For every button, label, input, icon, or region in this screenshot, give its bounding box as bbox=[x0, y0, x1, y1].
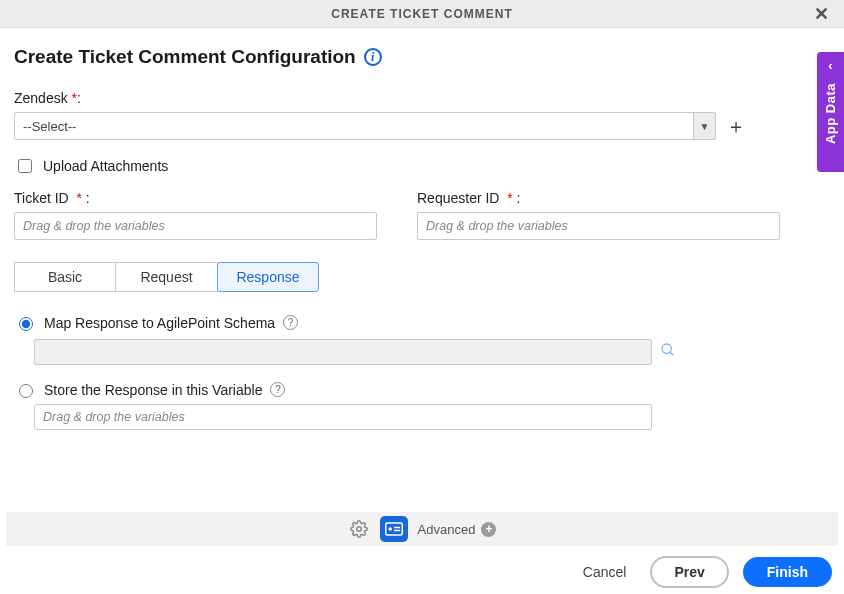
svg-rect-3 bbox=[385, 523, 402, 535]
help-icon[interactable]: ? bbox=[270, 382, 285, 397]
required-star: * bbox=[77, 190, 82, 206]
upload-attachments-checkbox[interactable] bbox=[18, 159, 32, 173]
requester-id-label-text: Requester ID bbox=[417, 190, 499, 206]
finish-button[interactable]: Finish bbox=[743, 557, 832, 587]
response-options: Map Response to AgilePoint Schema ? Stor… bbox=[14, 314, 830, 430]
colon: : bbox=[86, 190, 90, 206]
schema-input[interactable] bbox=[34, 339, 652, 365]
ticket-id-input[interactable]: Drag & drop the variables bbox=[14, 212, 377, 240]
tab-basic[interactable]: Basic bbox=[14, 262, 116, 292]
svg-line-1 bbox=[670, 352, 673, 355]
modal-title: CREATE TICKET COMMENT bbox=[331, 7, 512, 21]
help-icon[interactable]: ? bbox=[283, 315, 298, 330]
map-response-label[interactable]: Map Response to AgilePoint Schema bbox=[44, 315, 275, 331]
details-card-icon[interactable] bbox=[380, 516, 408, 542]
zendesk-select-value: --Select-- bbox=[15, 119, 693, 134]
advanced-toggle[interactable]: Advanced + bbox=[418, 522, 497, 537]
requester-id-field: Requester ID * : Drag & drop the variabl… bbox=[417, 190, 780, 240]
store-variable-radio[interactable] bbox=[19, 384, 33, 398]
svg-point-0 bbox=[662, 344, 671, 353]
colon: : bbox=[77, 90, 81, 106]
add-zendesk-button[interactable]: ＋ bbox=[726, 116, 746, 136]
upload-attachments-label[interactable]: Upload Attachments bbox=[43, 158, 168, 174]
modal-header: CREATE TICKET COMMENT ✕ bbox=[0, 0, 844, 28]
plus-circle-icon: + bbox=[481, 522, 496, 537]
colon: : bbox=[517, 190, 521, 206]
tab-group: Basic Request Response bbox=[14, 262, 830, 292]
id-fields-row: Ticket ID * : Drag & drop the variables … bbox=[14, 190, 830, 240]
cancel-button[interactable]: Cancel bbox=[573, 558, 637, 586]
zendesk-select[interactable]: --Select-- ▼ bbox=[14, 112, 716, 140]
ticket-id-field: Ticket ID * : Drag & drop the variables bbox=[14, 190, 377, 240]
ticket-id-label: Ticket ID * : bbox=[14, 190, 377, 206]
ticket-id-placeholder: Drag & drop the variables bbox=[23, 219, 165, 233]
info-icon[interactable]: i bbox=[364, 48, 382, 66]
requester-id-label: Requester ID * : bbox=[417, 190, 780, 206]
required-star: * bbox=[507, 190, 512, 206]
chevron-left-icon: ‹ bbox=[828, 58, 832, 73]
browse-schema-icon[interactable] bbox=[660, 342, 676, 362]
store-variable-input-row: Drag & drop the variables bbox=[34, 404, 830, 430]
tab-response[interactable]: Response bbox=[217, 262, 319, 292]
content-area: Create Ticket Comment Configuration i Ze… bbox=[0, 28, 844, 430]
footer-toolbar: Advanced + bbox=[6, 512, 838, 546]
requester-id-placeholder: Drag & drop the variables bbox=[426, 219, 568, 233]
svg-point-2 bbox=[356, 527, 361, 532]
ticket-id-label-text: Ticket ID bbox=[14, 190, 69, 206]
advanced-label: Advanced bbox=[418, 522, 476, 537]
app-data-side-tab[interactable]: ‹ App Data bbox=[817, 52, 844, 172]
tab-request[interactable]: Request bbox=[116, 262, 218, 292]
side-tab-label: App Data bbox=[823, 83, 838, 144]
store-variable-input[interactable]: Drag & drop the variables bbox=[34, 404, 652, 430]
store-variable-row: Store the Response in this Variable ? bbox=[14, 381, 830, 398]
chevron-down-icon: ▼ bbox=[693, 113, 715, 139]
zendesk-label-text: Zendesk bbox=[14, 90, 68, 106]
zendesk-label: Zendesk *: bbox=[14, 90, 830, 106]
settings-gear-icon[interactable] bbox=[348, 518, 370, 540]
svg-point-4 bbox=[388, 527, 391, 530]
svg-rect-5 bbox=[394, 527, 400, 529]
close-icon[interactable]: ✕ bbox=[808, 0, 836, 28]
map-response-row: Map Response to AgilePoint Schema ? bbox=[14, 314, 830, 331]
store-variable-label[interactable]: Store the Response in this Variable bbox=[44, 382, 262, 398]
svg-rect-6 bbox=[394, 530, 400, 532]
upload-attachments-row: Upload Attachments bbox=[14, 156, 830, 176]
page-title-row: Create Ticket Comment Configuration i bbox=[14, 46, 830, 68]
prev-button[interactable]: Prev bbox=[650, 556, 728, 588]
zendesk-select-wrap: --Select-- ▼ ＋ bbox=[14, 112, 830, 140]
schema-input-row bbox=[34, 339, 830, 365]
requester-id-input[interactable]: Drag & drop the variables bbox=[417, 212, 780, 240]
map-response-radio[interactable] bbox=[19, 317, 33, 331]
store-variable-placeholder: Drag & drop the variables bbox=[43, 410, 185, 424]
page-title: Create Ticket Comment Configuration bbox=[14, 46, 356, 68]
footer-buttons: Cancel Prev Finish bbox=[573, 556, 832, 588]
